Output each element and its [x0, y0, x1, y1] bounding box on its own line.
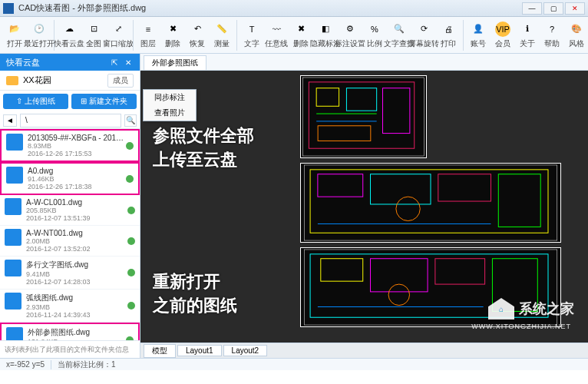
toolbar-label: 窗口缩放 — [103, 38, 134, 49]
toolbar-删除[interactable]: ✖删除 — [161, 20, 184, 51]
toolbar-文字[interactable]: T文字 — [240, 20, 263, 51]
sidebar-header: 快看云盘 ⇱ ✕ — [0, 54, 140, 71]
toolbar-icon: 📏 — [214, 22, 230, 37]
toolbar-icon: ? — [544, 22, 560, 37]
search-icon[interactable]: 🔍 — [124, 114, 137, 127]
sync-status-icon — [126, 336, 134, 340]
toolbar-icon: 👤 — [471, 22, 486, 37]
svg-rect-2 — [316, 88, 339, 107]
watermark: ⌂ 系统之家 — [488, 298, 574, 319]
file-item[interactable]: 弧线图纸.dwg2.93MB2016-11-24 14:39:43 — [0, 290, 140, 323]
toolbar-最近打开[interactable]: 🕑最近打开 — [28, 20, 51, 51]
path-input[interactable]: \ — [20, 114, 121, 127]
layout-tab[interactable]: 模型 — [144, 344, 176, 358]
toolbar-关于[interactable]: ℹ关于 — [516, 20, 539, 51]
main-toolbar: 📂打开🕑最近打开☁快看云盘⊡全图⤢窗口缩放≡图层✖删除↶恢复📏测量T文字〰任意线… — [0, 17, 588, 54]
file-meta: 9.41MB2016-12-07 14:28:03 — [26, 270, 127, 286]
toolbar-窗口缩放[interactable]: ⤢窗口缩放 — [107, 20, 130, 51]
toolbar-隐藏标注[interactable]: ◧隐藏标注 — [314, 20, 337, 51]
svg-rect-7 — [318, 126, 371, 141]
sidebar-close-icon[interactable]: ✕ — [123, 57, 134, 68]
sync-status-icon — [127, 269, 135, 276]
sync-status-icon — [126, 142, 134, 150]
back-button[interactable]: ◄ — [3, 114, 17, 127]
toolbar-任意线[interactable]: 〰任意线 — [265, 20, 288, 51]
toolbar-比例[interactable]: %比例 — [363, 20, 386, 51]
file-item[interactable]: A-W-CL001.dwg205.85KB2016-12-07 13:51:39 — [0, 195, 140, 226]
member-button[interactable]: 成员 — [107, 74, 134, 88]
toolbar-label: 标注设置 — [335, 38, 365, 49]
svg-rect-0 — [302, 78, 424, 156]
app-icon — [3, 3, 14, 14]
file-meta: 131.04KB2016-12-26 17:04:25 — [28, 338, 126, 340]
svg-point-14 — [396, 197, 420, 220]
toolbar-图层[interactable]: ≡图层 — [137, 20, 160, 51]
toolbar-标注设置[interactable]: ⚙标注设置 — [339, 20, 362, 51]
layout-tab[interactable]: Layout1 — [177, 345, 222, 356]
toolbar-删除[interactable]: ✖删除 — [289, 20, 312, 51]
toolbar-label: 测量 — [214, 38, 230, 49]
toolbar-icon: ⤢ — [111, 22, 126, 37]
pin-icon[interactable]: ⇱ — [109, 57, 120, 68]
toolbar-屏幕旋转[interactable]: ⟳屏幕旋转 — [412, 20, 435, 51]
menu-item[interactable]: 同步标注 — [144, 90, 196, 105]
maximize-button[interactable]: ▢ — [543, 2, 563, 15]
sidebar-footer: 该列表列出了此项目的文件和文件夹信息 — [0, 340, 140, 358]
toolbar-icon: 🖨 — [441, 22, 456, 37]
drawing-area: 外部参照图纸 参照文件全部上传至云盘 重新打开之前的图纸 ⌂ 系统之家 WWW.… — [140, 54, 588, 358]
context-menu: 同步标注查看照片 — [143, 89, 197, 121]
toolbar-恢复[interactable]: ↶恢复 — [186, 20, 209, 51]
toolbar-快看云盘[interactable]: ☁快看云盘 — [58, 20, 81, 51]
project-name: XX花园 — [23, 74, 107, 86]
file-item[interactable]: 2013059-##-XBGFa - 20140623.dwg8.93MB201… — [0, 129, 140, 162]
file-item[interactable]: 多行文字图纸.dwg9.41MB2016-12-07 14:28:03 — [0, 257, 140, 290]
toolbar-label: 删除 — [165, 38, 180, 49]
toolbar-文字查找[interactable]: 🔍文字查找 — [388, 20, 411, 51]
layout-tab[interactable]: Layout2 — [223, 345, 268, 356]
sync-status-icon — [127, 207, 135, 214]
file-item[interactable]: A0.dwg91.46KB2016-12-26 17:18:38 — [0, 162, 140, 195]
watermark-url: WWW.XITONGZHIJIA.NET — [471, 323, 571, 330]
upload-button[interactable]: ⇧ 上传图纸 — [3, 94, 68, 109]
file-meta: 8.93MB2016-12-26 17:15:53 — [28, 142, 126, 157]
toolbar-全图[interactable]: ⊡全图 — [82, 20, 105, 51]
toolbar-风格[interactable]: 🎨风格 — [565, 20, 588, 51]
project-row[interactable]: XX花园 成员 — [0, 71, 140, 91]
toolbar-label: 最近打开 — [24, 38, 55, 49]
close-button[interactable]: ✕ — [565, 2, 585, 15]
toolbar-帮助[interactable]: ?帮助 — [540, 20, 563, 51]
toolbar-icon: 🔍 — [391, 22, 407, 37]
dwg-file-icon — [5, 198, 21, 215]
toolbar-icon: ≡ — [140, 22, 156, 37]
svg-rect-12 — [438, 174, 491, 201]
toolbar-label: 关于 — [520, 38, 535, 49]
viewport[interactable]: 参照文件全部上传至云盘 重新打开之前的图纸 ⌂ 系统之家 WWW.XITONGZ… — [140, 71, 588, 343]
file-item[interactable]: 外部参照图纸.dwg131.04KB2016-12-26 17:04:25 — [0, 323, 140, 340]
dwg-file-icon — [6, 167, 23, 184]
toolbar-label: 图层 — [140, 38, 156, 49]
coordinates-readout: x=-952 y=5 — [6, 360, 45, 369]
toolbar-icon: ◧ — [318, 22, 333, 37]
document-tab[interactable]: 外部参照图纸 — [144, 55, 206, 70]
toolbar-icon: ℹ — [520, 22, 535, 37]
toolbar-label: 打开 — [7, 38, 22, 49]
svg-point-22 — [388, 284, 409, 305]
sidebar-hint: 该列表列出了此项目的文件和文件夹信息 — [5, 346, 129, 353]
toolbar-账号[interactable]: 👤账号 — [467, 20, 490, 51]
toolbar-icon: % — [367, 22, 382, 37]
svg-rect-4 — [383, 88, 410, 134]
file-name: 多行文字图纸.dwg — [26, 260, 127, 270]
titlebar: CAD快速看图 - 外部参照图纸.dwg — ▢ ✕ — [0, 0, 588, 17]
menu-item[interactable]: 查看照片 — [144, 105, 196, 121]
dwg-file-icon — [6, 134, 23, 151]
scale-readout: 当前标注比例：1 — [58, 359, 116, 370]
toolbar-打开[interactable]: 📂打开 — [3, 20, 26, 51]
toolbar-打印[interactable]: 🖨打印 — [437, 20, 460, 51]
toolbar-会员[interactable]: VIP会员 — [491, 20, 514, 51]
minimize-button[interactable]: — — [522, 2, 542, 15]
toolbar-label: 任意线 — [265, 38, 288, 49]
toolbar-测量[interactable]: 📏测量 — [210, 20, 233, 51]
file-meta: 2.00MB2016-12-07 13:52:02 — [26, 237, 127, 253]
file-item[interactable]: A-W-NT001.dwg2.00MB2016-12-07 13:52:02 — [0, 226, 140, 257]
new-folder-button[interactable]: ⊞ 新建文件夹 — [71, 94, 137, 109]
